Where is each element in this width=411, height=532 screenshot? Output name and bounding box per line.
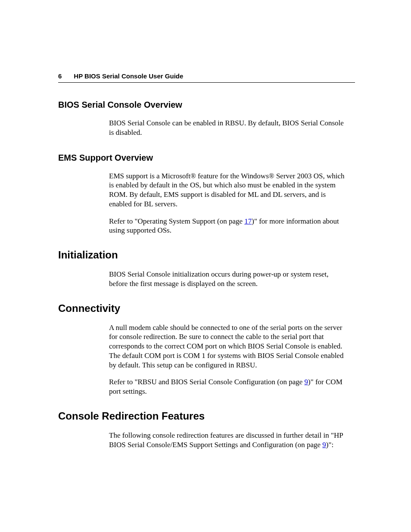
paragraph: The following console redirection featur… xyxy=(109,431,348,450)
page-number: 6 xyxy=(58,72,62,80)
document-page: 6 HP BIOS Serial Console User Guide BIOS… xyxy=(0,0,411,532)
text-run: )": xyxy=(326,441,333,449)
text-run: Refer to "Operating System Support (on p… xyxy=(109,217,244,225)
paragraph: Refer to "Operating System Support (on p… xyxy=(109,217,348,236)
paragraph: A null modem cable should be connected t… xyxy=(109,323,348,370)
page-header: 6 HP BIOS Serial Console User Guide xyxy=(58,72,355,80)
text-run: Refer to "RBSU and BIOS Serial Console C… xyxy=(109,378,305,386)
paragraph: BIOS Serial Console can be enabled in RB… xyxy=(109,118,348,137)
header-divider xyxy=(58,82,355,83)
paragraph: BIOS Serial Console initialization occur… xyxy=(109,270,348,289)
page-link-9[interactable]: 9 xyxy=(322,441,326,449)
page-link-17[interactable]: 17 xyxy=(244,217,252,225)
text-run: The following console redirection featur… xyxy=(109,431,343,449)
heading-connectivity: Connectivity xyxy=(58,302,355,314)
heading-console-redirection: Console Redirection Features xyxy=(58,410,355,422)
heading-bios-overview: BIOS Serial Console Overview xyxy=(58,100,355,110)
running-title: HP BIOS Serial Console User Guide xyxy=(74,72,183,80)
heading-initialization: Initialization xyxy=(58,249,355,261)
paragraph: EMS support is a Microsoft® feature for … xyxy=(109,171,348,209)
page-link-9[interactable]: 9 xyxy=(305,378,308,386)
heading-ems-overview: EMS Support Overview xyxy=(58,153,355,163)
paragraph: Refer to "RBSU and BIOS Serial Console C… xyxy=(109,377,348,396)
